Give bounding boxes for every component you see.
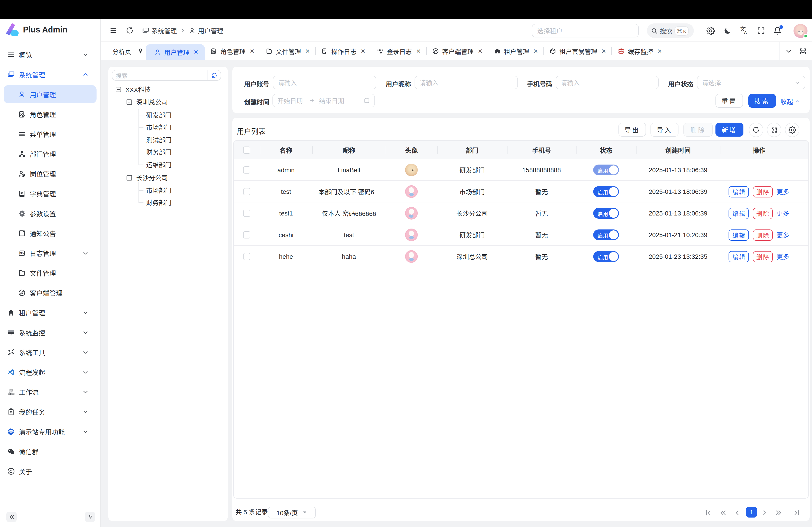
svg-text:DEV: DEV (19, 252, 24, 254)
svg-text:A: A (744, 30, 747, 35)
svg-text:redis: redis (619, 52, 623, 54)
